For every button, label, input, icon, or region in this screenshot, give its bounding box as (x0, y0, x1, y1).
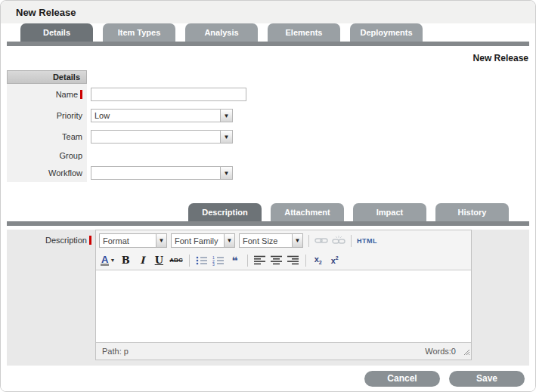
details-section: Details Name Priority Low ▼ T (7, 70, 460, 182)
chevron-down-icon[interactable]: ▼ (156, 234, 166, 247)
bullet-list-icon[interactable] (196, 253, 208, 267)
chevron-down-icon[interactable]: ▼ (110, 258, 115, 263)
team-select[interactable]: ▼ (91, 130, 233, 144)
chevron-down-icon[interactable]: ▼ (220, 167, 232, 179)
italic-icon[interactable]: I (136, 253, 148, 267)
resize-handle[interactable] (463, 345, 470, 359)
action-bar: Cancel Save (1, 366, 535, 391)
svg-text:3: 3 (212, 262, 215, 266)
subscript-icon[interactable]: x2 (312, 253, 324, 267)
field-row-workflow: Workflow ▼ (7, 164, 460, 182)
superscript-icon[interactable]: x2 (329, 253, 341, 267)
workflow-select[interactable]: ▼ (91, 166, 233, 180)
chevron-down-icon[interactable]: ▼ (220, 110, 232, 122)
tab-details[interactable]: Details (20, 23, 93, 42)
tab-history[interactable]: History (435, 203, 509, 221)
align-right-icon[interactable] (287, 253, 299, 267)
required-marker (89, 236, 91, 245)
html-source-button[interactable]: HTML (357, 233, 377, 248)
new-release-window: New Release Details Item Types Analysis … (0, 0, 536, 392)
save-button[interactable]: Save (449, 371, 525, 387)
unlink-icon[interactable] (332, 233, 345, 248)
rich-text-editor: Format ▼ Font Family ▼ Font Size ▼ (95, 230, 472, 360)
bold-icon[interactable]: B (119, 253, 132, 267)
team-label: Team (62, 132, 82, 141)
underline-icon[interactable]: U (153, 253, 165, 267)
editor-path-status: Path: p (102, 347, 129, 356)
workflow-label: Workflow (48, 168, 82, 177)
editor-word-count: Words:0 (425, 347, 456, 356)
group-label: Group (59, 151, 82, 160)
content-heading: New Release (473, 53, 528, 63)
editor-tab-divider-bar (7, 221, 529, 226)
heading-row: New Release (1, 46, 535, 70)
required-marker (80, 90, 82, 99)
description-label: Description (45, 236, 87, 245)
page-title: New Release (16, 7, 76, 18)
editor-tabs: Description Attachment Impact History (1, 203, 535, 221)
priority-select[interactable]: Low ▼ (91, 109, 233, 122)
font-family-select[interactable]: Font Family ▼ (171, 233, 235, 248)
tab-deployments[interactable]: Deployments (350, 23, 423, 42)
editor-toolbar-row2: A▼ B I U ABC 123 (96, 251, 471, 270)
editor-text-area[interactable] (96, 270, 471, 343)
blockquote-icon[interactable]: ❝ (229, 253, 241, 267)
tab-attachment[interactable]: Attachment (271, 203, 344, 221)
numbered-list-icon[interactable]: 123 (212, 253, 225, 267)
details-section-header: Details (7, 70, 87, 84)
field-row-priority: Priority Low ▼ (7, 105, 460, 126)
font-color-icon[interactable]: A▼ (101, 253, 115, 267)
editor-toolbar-row1: Format ▼ Font Family ▼ Font Size ▼ (96, 230, 471, 251)
titlebar: New Release (1, 1, 535, 23)
format-select[interactable]: Format ▼ (99, 233, 167, 248)
chevron-down-icon[interactable]: ▼ (220, 131, 232, 143)
cancel-button[interactable]: Cancel (364, 371, 440, 387)
insert-link-icon[interactable] (314, 233, 328, 248)
align-center-icon[interactable] (271, 253, 283, 267)
field-row-group: Group (7, 147, 460, 164)
font-size-select[interactable]: Font Size ▼ (239, 233, 303, 248)
tab-elements[interactable]: Elements (268, 23, 340, 42)
field-row-team: Team ▼ (7, 126, 460, 147)
tab-analysis[interactable]: Analysis (185, 23, 258, 42)
strikethrough-icon[interactable]: ABC (169, 253, 182, 267)
editor-statusbar: Path: p Words:0 (96, 343, 471, 360)
main-tabs: Details Item Types Analysis Elements Dep… (1, 23, 535, 42)
name-field[interactable] (91, 88, 246, 101)
tab-impact[interactable]: Impact (353, 203, 426, 221)
field-row-name: Name (7, 84, 460, 105)
chevron-down-icon[interactable]: ▼ (292, 234, 302, 247)
tab-description[interactable]: Description (188, 203, 262, 221)
tab-item-types[interactable]: Item Types (103, 23, 175, 42)
description-section: Description Format ▼ Font Family ▼ Font … (7, 230, 529, 366)
name-label: Name (56, 90, 78, 99)
priority-label: Priority (57, 111, 82, 120)
align-left-icon[interactable] (254, 253, 266, 267)
chevron-down-icon[interactable]: ▼ (224, 234, 234, 247)
